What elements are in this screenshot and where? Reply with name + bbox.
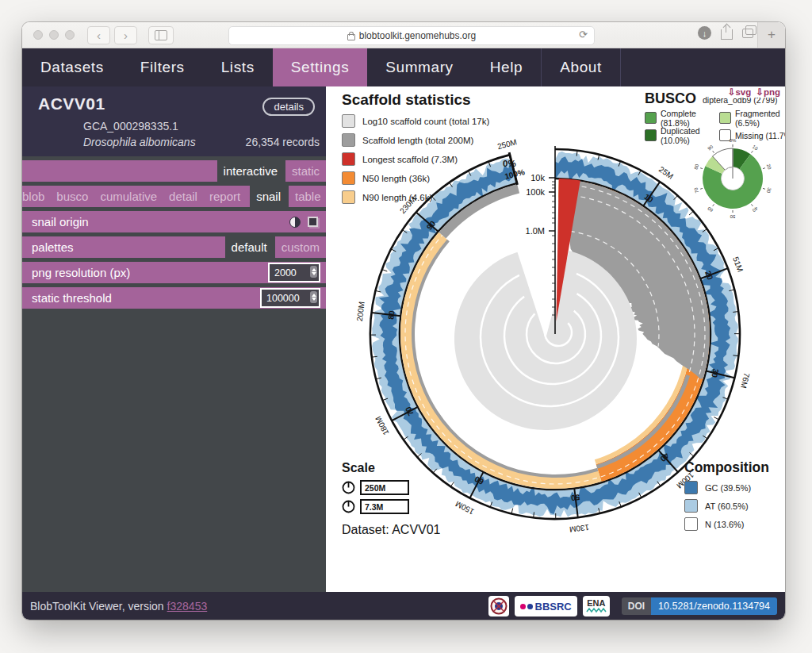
- sidebar-icon: [155, 30, 167, 40]
- radius-scale-input[interactable]: 7.3M: [360, 499, 409, 514]
- nav-lists[interactable]: Lists: [203, 48, 273, 86]
- dataset-id: ACVV01: [38, 94, 105, 113]
- origin-square-icon[interactable]: [308, 217, 318, 227]
- png-resolution-label: png resolution (px): [22, 266, 268, 279]
- png-resolution-input[interactable]: 2000: [268, 263, 320, 282]
- nav-filters[interactable]: Filters: [122, 48, 203, 86]
- svg-text:10k: 10k: [530, 173, 545, 182]
- view-report[interactable]: report: [209, 190, 240, 203]
- composition-title: Composition: [684, 459, 769, 476]
- details-button[interactable]: details: [262, 98, 315, 116]
- traffic-lights[interactable]: [33, 30, 75, 40]
- app-navbar: Datasets Filters Lists Settings Summary …: [22, 48, 785, 86]
- app-footer: BlobToolKit Viewer, version f328453 BBSR…: [22, 592, 785, 620]
- settings-sidebar: ACVV01 details GCA_000298335.1 Drosophil…: [22, 86, 326, 592]
- snail-origin-label: snail origin: [22, 215, 289, 229]
- forward-button[interactable]: ›: [114, 26, 137, 44]
- close-window-icon[interactable]: [33, 30, 43, 40]
- zoom-window-icon[interactable]: [65, 30, 75, 40]
- dataset-label: Dataset: ACVV01: [342, 523, 441, 537]
- palette-default[interactable]: default: [225, 236, 274, 258]
- composition-legend: Composition GC (39.5%) AT (60.5%) N (13.…: [684, 459, 769, 531]
- static-threshold-row: static threshold 100000: [22, 287, 326, 309]
- scale-title: Scale: [342, 461, 409, 475]
- svg-text:51M: 51M: [731, 255, 745, 273]
- svg-text:150M: 150M: [454, 499, 475, 516]
- display-mode-row: interactive static: [22, 160, 326, 182]
- sidebar-toggle-button[interactable]: [148, 26, 174, 44]
- scale-block: Scale 250M 7.3M: [342, 461, 409, 514]
- sanger-logo[interactable]: [488, 596, 509, 617]
- svg-text:1.0M: 1.0M: [526, 226, 545, 236]
- svg-text:130M: 130M: [569, 523, 589, 534]
- view-blob[interactable]: blob: [22, 190, 44, 203]
- svg-text:76M: 76M: [739, 372, 751, 390]
- share-button[interactable]: [721, 29, 733, 40]
- back-button[interactable]: ‹: [87, 26, 110, 44]
- browser-chrome: ‹ › blobtoolkit.genomehubs.org ⟳ ↓ +: [22, 22, 785, 48]
- new-tab-button[interactable]: +: [757, 22, 785, 48]
- address-bar[interactable]: blobtoolkit.genomehubs.org ⟳: [228, 26, 595, 45]
- browser-window: ‹ › blobtoolkit.genomehubs.org ⟳ ↓ + Dat…: [22, 22, 785, 620]
- view-cumulative[interactable]: cumulative: [100, 190, 157, 203]
- snail-origin-row: snail origin: [22, 211, 326, 232]
- palette-custom[interactable]: custom: [275, 236, 326, 258]
- bbsrc-logo[interactable]: BBSRC: [515, 596, 577, 617]
- doi-link[interactable]: 10.5281/zenodo.1134794: [651, 597, 777, 615]
- nav-summary[interactable]: Summary: [367, 48, 472, 86]
- display-mode-static[interactable]: static: [285, 160, 326, 182]
- circumference-scale-icon[interactable]: [342, 481, 355, 494]
- downloads-button[interactable]: ↓: [698, 26, 711, 40]
- nav-settings[interactable]: Settings: [273, 48, 367, 86]
- dataset-accession: GCA_000298335.1: [83, 120, 178, 133]
- nav-about[interactable]: About: [542, 48, 620, 86]
- static-threshold-input[interactable]: 100000: [260, 288, 320, 308]
- url-text: blobtoolkit.genomehubs.org: [359, 30, 476, 41]
- doi-badge: DOI 10.5281/zenodo.1134794: [622, 597, 777, 615]
- nav-datasets[interactable]: Datasets: [22, 48, 122, 86]
- svg-text:200M: 200M: [355, 301, 366, 321]
- bbsrc-dot-icon: [520, 604, 526, 609]
- static-threshold-label: static threshold: [22, 291, 260, 305]
- tabs-overview-button[interactable]: [742, 29, 753, 38]
- legend-item: N (13.6%): [684, 517, 769, 531]
- svg-text:100k: 100k: [526, 187, 545, 197]
- ena-wave-icon: [586, 607, 607, 613]
- dataset-species: Drosophila albomicans: [83, 136, 196, 148]
- svg-text:0%: 0%: [503, 159, 516, 168]
- at-swatch: [684, 499, 698, 513]
- png-resolution-row: png resolution (px) 2000: [22, 262, 326, 283]
- radius-scale-icon[interactable]: [342, 500, 355, 513]
- gc-swatch: [684, 481, 698, 494]
- crest-icon: [490, 597, 508, 615]
- legend-item: AT (60.5%): [684, 499, 769, 513]
- doi-label: DOI: [622, 597, 651, 615]
- legend-item: GC (39.5%): [684, 481, 769, 494]
- snail-plot-panel: Scaffold statistics Log10 scaffold count…: [326, 86, 785, 592]
- display-mode-interactive[interactable]: interactive: [217, 160, 284, 182]
- minimize-window-icon[interactable]: [49, 30, 59, 40]
- stepper-icon[interactable]: [310, 291, 317, 303]
- version-link[interactable]: f328453: [167, 600, 208, 613]
- ena-logo[interactable]: ENA: [583, 596, 610, 617]
- n-swatch: [684, 517, 698, 531]
- circumference-scale-input[interactable]: 250M: [360, 480, 409, 495]
- svg-text:250M: 250M: [496, 137, 518, 151]
- static-threshold-value: 100000: [266, 293, 300, 304]
- svg-text:80: 80: [386, 309, 396, 320]
- view-busco[interactable]: busco: [56, 190, 88, 203]
- view-table[interactable]: table: [289, 186, 327, 207]
- refresh-icon[interactable]: ⟳: [579, 29, 588, 40]
- svg-text:180M: 180M: [373, 415, 390, 436]
- footer-version-text: BlobToolKit Viewer, version: [30, 600, 164, 613]
- view-detail[interactable]: detail: [169, 190, 197, 203]
- png-resolution-value: 2000: [274, 267, 297, 278]
- nav-help[interactable]: Help: [472, 48, 541, 86]
- svg-text:50: 50: [570, 493, 580, 502]
- bbsrc-dot-icon: [527, 604, 533, 609]
- view-snail[interactable]: snail: [250, 186, 287, 207]
- palettes-row: palettes default custom: [22, 236, 326, 258]
- contrast-icon[interactable]: [289, 217, 301, 228]
- stepper-icon[interactable]: [310, 266, 317, 278]
- display-mode-bar: [22, 160, 217, 182]
